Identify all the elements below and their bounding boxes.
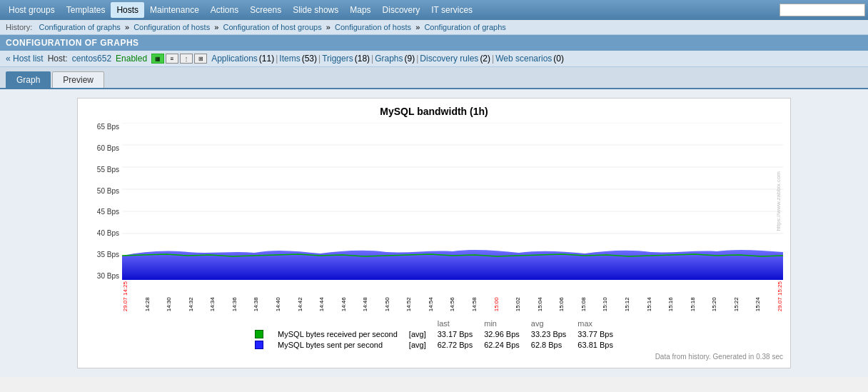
x-label-15: 14:56	[449, 281, 455, 311]
y-label-55: 55 Bps	[97, 166, 119, 174]
nav-actions[interactable]: Actions	[205, 2, 244, 18]
y-label-50: 50 Bps	[97, 187, 119, 195]
x-label-17: 15:00	[493, 281, 500, 311]
breadcrumb-link-3[interactable]: Configuration of host groups	[223, 23, 322, 31]
enabled-status: Enabled	[116, 54, 147, 64]
graphs-link[interactable]: Graphs	[375, 54, 403, 64]
host-name-link[interactable]: centos652	[72, 54, 111, 64]
legend-header-last: last	[432, 318, 479, 328]
legend-max-green: 33.77 Bps	[572, 328, 619, 339]
main-content: MySQL bandwidth (1h) 65 Bps 60 Bps 55 Bp…	[0, 89, 868, 377]
x-label-21: 15:08	[580, 281, 587, 311]
host-list-link[interactable]: « Host list	[6, 54, 44, 64]
top-navigation: Host groups Templates Hosts Maintenance …	[0, 0, 868, 20]
x-label-16: 14:58	[471, 281, 478, 311]
tab-preview[interactable]: Preview	[52, 71, 104, 88]
y-label-60: 60 Bps	[97, 144, 119, 152]
web-count: (0)	[553, 54, 564, 64]
legend-header-max: max	[572, 318, 619, 328]
graph-title: MySQL bandwidth (1h)	[85, 106, 783, 117]
x-label-20: 15:06	[558, 281, 565, 311]
graph-container: MySQL bandwidth (1h) 65 Bps 60 Bps 55 Bp…	[77, 98, 791, 368]
x-label-2: 14:30	[166, 281, 172, 311]
x-label-3: 14:32	[188, 281, 194, 311]
x-label-10: 14:46	[340, 281, 347, 311]
view-icon-all[interactable]: ⊞	[194, 54, 207, 64]
view-icon-details[interactable]: ⋮	[180, 54, 193, 64]
breadcrumb: History: Configuration of graphs » Confi…	[0, 20, 868, 35]
breadcrumb-link-5[interactable]: Configuration of graphs	[424, 23, 505, 31]
x-label-29: 15:24	[755, 281, 761, 311]
nav-hosts[interactable]: Hosts	[111, 2, 144, 18]
breadcrumb-link-4[interactable]: Configuration of hosts	[335, 23, 411, 31]
x-label-11: 14:48	[362, 281, 368, 311]
legend-table: last min avg max MySQL bytes received pe…	[85, 318, 783, 350]
legend-last-blue: 62.72 Bps	[432, 339, 479, 350]
x-label-27: 15:20	[711, 281, 717, 311]
legend-min-green: 32.96 Bps	[478, 328, 525, 339]
legend-label-green: MySQL bytes received per second	[272, 328, 403, 339]
search-input[interactable]	[779, 4, 865, 16]
graph-canvas: https://www.zabbix.com	[122, 123, 783, 280]
graph-footer: Data from history. Generated in 0.38 sec	[85, 353, 783, 361]
x-label-24: 15:14	[646, 281, 652, 311]
triggers-count: (18)	[355, 54, 370, 64]
nav-maintenance[interactable]: Maintenance	[144, 2, 205, 18]
chart-svg	[122, 123, 783, 280]
x-label-5: 14:36	[231, 281, 238, 311]
host-info-bar: « Host list Host: centos652 Enabled ▦ ≡ …	[0, 51, 868, 67]
nav-slide-shows[interactable]: Slide shows	[287, 2, 344, 18]
applications-count: (11)	[259, 54, 274, 64]
nav-templates[interactable]: Templates	[61, 2, 111, 18]
x-label-30: 29.07 15:25	[777, 281, 783, 311]
x-label-19: 15:04	[537, 281, 543, 311]
y-label-40: 40 Bps	[97, 229, 119, 237]
tab-graph[interactable]: Graph	[6, 71, 51, 88]
nav-discovery[interactable]: Discovery	[377, 2, 426, 18]
items-link[interactable]: Items	[279, 54, 300, 64]
nav-host-groups[interactable]: Host groups	[3, 2, 61, 18]
triggers-link[interactable]: Triggers	[322, 54, 353, 64]
x-label-4: 14:34	[209, 281, 216, 311]
legend-label-blue: MySQL bytes sent per second	[272, 339, 403, 350]
x-label-23: 15:12	[624, 281, 630, 311]
web-scenarios-link[interactable]: Web scenarios	[495, 54, 552, 64]
watermark: https://www.zabbix.com	[775, 171, 782, 231]
x-label-18: 15:02	[515, 281, 521, 311]
legend-header-min: min	[478, 318, 525, 328]
x-label-7: 14:40	[275, 281, 281, 311]
y-label-45: 45 Bps	[97, 208, 119, 216]
graph-area: 65 Bps 60 Bps 55 Bps 50 Bps 45 Bps 40 Bp…	[85, 123, 783, 280]
view-icon-list[interactable]: ≡	[166, 54, 178, 64]
x-label-22: 15:10	[602, 281, 608, 311]
breadcrumb-link-2[interactable]: Configuration of hosts	[133, 23, 210, 31]
x-label-26: 15:18	[690, 281, 696, 311]
y-label-35: 35 Bps	[97, 251, 119, 258]
x-axis-container: 29.07 14:25 14:28 14:30 14:32 14:34 14:3…	[122, 280, 783, 311]
breadcrumb-link-1[interactable]: Configuration of graphs	[39, 23, 120, 31]
legend-min-blue: 62.24 Bps	[478, 339, 525, 350]
x-label-0: 29.07 14:25	[122, 281, 128, 311]
legend-row-blue: MySQL bytes sent per second [avg] 62.72 …	[249, 339, 619, 350]
x-label-9: 14:44	[318, 281, 325, 311]
nav-screens[interactable]: Screens	[244, 2, 287, 18]
nav-maps[interactable]: Maps	[344, 2, 376, 18]
nav-it-services[interactable]: IT services	[425, 2, 478, 18]
x-label-8: 14:42	[297, 281, 303, 311]
legend-color-blue	[255, 341, 263, 349]
discovery-count: (2)	[480, 54, 490, 64]
y-label-65: 65 Bps	[97, 123, 119, 131]
x-label-14: 14:54	[428, 281, 434, 311]
x-label-6: 14:38	[253, 281, 259, 311]
applications-link[interactable]: Applications	[211, 54, 258, 64]
view-icon-graph[interactable]: ▦	[151, 54, 164, 64]
legend-max-blue: 63.81 Bps	[572, 339, 619, 350]
host-nav-links: Applications (11) | Items (53) | Trigger…	[211, 54, 564, 64]
host-label: Host:	[48, 54, 68, 64]
view-icon-group: ▦ ≡ ⋮ ⊞	[151, 54, 207, 64]
legend-type-green: [avg]	[403, 328, 432, 339]
discovery-rules-link[interactable]: Discovery rules	[420, 54, 478, 64]
legend-color-green	[255, 330, 263, 338]
x-label-25: 15:16	[667, 281, 674, 311]
x-label-12: 14:50	[384, 281, 390, 311]
